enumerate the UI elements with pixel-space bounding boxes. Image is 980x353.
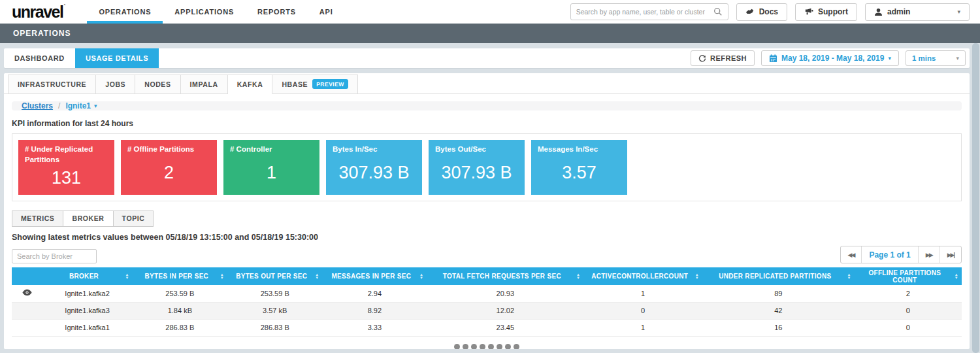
tab-topic[interactable]: TOPIC	[114, 210, 154, 227]
section-bar: OPERATIONS	[0, 24, 980, 43]
kpi-value: 1	[230, 155, 313, 191]
user-menu[interactable]: admin ▾	[865, 3, 970, 21]
vertical-scrollbar[interactable]	[972, 43, 979, 353]
loading-dots-indicator	[4, 344, 970, 350]
table-row[interactable]: Ignite1.kafka1 286.83 B 286.83 B 3.33 23…	[12, 319, 962, 336]
global-search[interactable]	[570, 3, 728, 20]
kpi-label: # Offline Partitions	[127, 144, 210, 155]
column-header-messages-in[interactable]: MESSAGES IN PER SEC▲▼	[322, 267, 427, 285]
cell-total-fetch: 23.45	[427, 319, 583, 336]
kpi-card-messages-in: Messages In/Sec 3.57	[531, 140, 627, 195]
subtab-kafka[interactable]: KAFKA	[228, 75, 273, 94]
nav-item-operations[interactable]: OPERATIONS	[87, 0, 163, 24]
table-row[interactable]: Ignite1.kafka2 253.59 B 253.59 B 2.94 20…	[12, 285, 962, 302]
global-search-input[interactable]	[576, 8, 713, 16]
cell-messages-in: 3.33	[322, 319, 427, 336]
calendar-icon	[769, 54, 777, 63]
breadcrumb-separator: /	[58, 101, 60, 110]
table-row[interactable]: Ignite1.kafka3 1.84 kB 3.57 kB 8.92 12.0…	[12, 302, 962, 319]
kpi-value: 3.57	[538, 155, 621, 191]
cell-offline-partitions: 2	[855, 285, 962, 302]
cell-offline-partitions: 0	[855, 302, 962, 319]
cell-total-fetch: 20.93	[427, 285, 583, 302]
sort-arrows-icon[interactable]: ▲▼	[847, 273, 851, 280]
cluster-name: Ignite1	[65, 101, 91, 110]
sort-arrows-icon[interactable]: ▲▼	[576, 273, 580, 280]
docs-label: Docs	[759, 7, 778, 16]
first-page-button[interactable]: ◀◀	[841, 246, 862, 263]
nav-item-reports[interactable]: REPORTS	[246, 0, 308, 24]
next-page-button[interactable]: ▶▶	[918, 246, 939, 263]
subtab-nodes[interactable]: NODES	[135, 75, 180, 94]
docs-button[interactable]: Docs	[736, 3, 787, 21]
page-indicator: Page 1 of 1	[861, 246, 917, 263]
cell-active-controller: 0	[583, 302, 702, 319]
nav-item-api[interactable]: API	[308, 0, 345, 24]
subtab-impala[interactable]: IMPALA	[181, 75, 228, 94]
column-header-bytes-in[interactable]: BYTES IN PER SEC▲▼	[133, 267, 227, 285]
table-header-row: BROKER▲▼ BYTES IN PER SEC▲▼ BYTES OUT PE…	[12, 267, 962, 285]
user-label: admin	[887, 7, 910, 16]
tab-usage-details[interactable]: USAGE DETAILS	[75, 48, 159, 68]
kpi-value: 131	[25, 165, 108, 191]
kpi-card-bytes-in: Bytes In/Sec 307.93 B	[326, 140, 422, 195]
sort-arrows-icon[interactable]: ▲▼	[695, 273, 699, 280]
refresh-button[interactable]: REFRESH	[691, 50, 755, 66]
column-header-total-fetch[interactable]: TOTAL FETCH REQUESTS PER SEC▲▼	[427, 267, 583, 285]
breadcrumb-clusters-link[interactable]: Clusters	[22, 101, 53, 110]
last-page-arrow-icon: ▶▶|	[947, 252, 954, 258]
sort-arrows-icon[interactable]: ▲▼	[220, 273, 224, 280]
tab-dashboard[interactable]: DASHBOARD	[4, 48, 75, 68]
sort-arrows-icon[interactable]: ▲▼	[315, 273, 319, 280]
cell-offline-partitions: 0	[855, 319, 962, 336]
cluster-selector[interactable]: Ignite1 ▾	[65, 101, 97, 110]
sort-arrows-icon[interactable]: ▲▼	[125, 273, 129, 280]
tab-broker[interactable]: BROKER	[63, 210, 113, 227]
interval-select[interactable]: 1 mins ▾	[906, 50, 966, 66]
toolbar-right-group: REFRESH May 18, 2019 - May 18, 2019 ▾ 1 …	[691, 48, 970, 68]
sort-arrows-icon[interactable]: ▲▼	[419, 273, 423, 280]
column-header-activecontrollercount[interactable]: ACTIVECONTROLLERCOUNT▲▼	[583, 267, 702, 285]
unravel-logo[interactable]: unravel`	[12, 0, 65, 24]
last-page-button[interactable]: ▶▶|	[939, 246, 961, 263]
cell-bytes-in: 286.83 B	[133, 319, 227, 336]
subtab-jobs[interactable]: JOBS	[96, 75, 135, 94]
column-header-broker[interactable]: BROKER▲▼	[42, 267, 133, 285]
column-header-bytes-out[interactable]: BYTES OUT PER SEC▲▼	[227, 267, 322, 285]
kafka-panel: INFRASTRUCTURE JOBS NODES IMPALA KAFKA H…	[4, 73, 970, 349]
megaphone-icon	[804, 8, 813, 16]
pointer-hand-icon	[745, 8, 755, 16]
sort-arrows-icon[interactable]: ▲▼	[955, 273, 958, 280]
subtab-label: IMPALA	[190, 80, 218, 88]
kpi-label: Messages In/Sec	[538, 144, 621, 155]
date-range-picker[interactable]: May 18, 2019 - May 18, 2019 ▾	[761, 50, 899, 66]
cell-under-replicated: 16	[702, 319, 855, 336]
kpi-card-under-replicated-partitions: # Under Replicated Partitions 131	[18, 140, 114, 195]
cell-total-fetch: 12.02	[427, 302, 583, 319]
column-header-actions	[12, 267, 42, 285]
cell-bytes-in: 1.84 kB	[133, 302, 227, 319]
column-header-offline-partitions[interactable]: OFFLINE PARTITIONS COUNT▲▼	[855, 267, 962, 285]
eye-icon[interactable]	[22, 289, 32, 296]
cell-active-controller: 1	[583, 285, 702, 302]
usage-subtabs: INFRASTRUCTURE JOBS NODES IMPALA KAFKA H…	[4, 73, 970, 94]
subtab-hbase[interactable]: HBASE PREVIEW	[272, 75, 357, 94]
subtab-infrastructure[interactable]: INFRASTRUCTURE	[8, 75, 96, 94]
support-label: Support	[818, 7, 848, 16]
preview-badge: PREVIEW	[312, 79, 348, 89]
chevron-down-icon: ▾	[957, 8, 960, 15]
breadcrumb: Clusters / Ignite1 ▾	[12, 101, 962, 110]
table-controls: ◀◀ Page 1 of 1 ▶▶ ▶▶|	[12, 246, 962, 263]
column-header-under-replicated[interactable]: UNDER REPLICATED PARTITIONS▲▼	[702, 267, 855, 285]
kpi-label: # Under Replicated Partitions	[25, 144, 108, 165]
tab-metrics[interactable]: METRICS	[12, 210, 63, 227]
section-title: OPERATIONS	[13, 29, 71, 38]
kpi-card-offline-partitions: # Offline Partitions 2	[121, 140, 217, 195]
support-button[interactable]: Support	[795, 3, 857, 21]
chevron-down-icon: ▾	[888, 55, 891, 61]
cell-bytes-out: 286.83 B	[227, 319, 322, 336]
person-icon	[874, 8, 883, 16]
broker-search-input[interactable]	[12, 249, 97, 263]
nav-item-applications[interactable]: APPLICATIONS	[163, 0, 246, 24]
page-body: DASHBOARD USAGE DETAILS REFRESH May 18, …	[0, 43, 980, 353]
